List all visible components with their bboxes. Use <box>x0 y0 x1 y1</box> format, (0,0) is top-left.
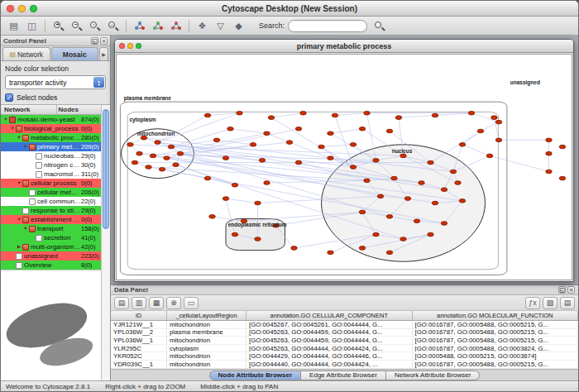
tab-network[interactable]: ▤ Network <box>2 47 50 60</box>
tree-row-metabolic-process[interactable]: ▼metabolic process280(0) <box>1 133 110 142</box>
tree-row-cellular-process[interactable]: ▼cellular process0(0) <box>1 179 110 188</box>
tree-row-establishment-of-localization[interactable]: ▼establishment of localization0(0) <box>1 215 110 224</box>
import-attributes-button[interactable]: ▤ <box>560 297 575 309</box>
create-network-view-button[interactable] <box>149 18 166 34</box>
tab-node-attribute-browser[interactable]: Node Attribute Browser <box>209 370 302 380</box>
table-row[interactable]: YLR295Ccytoplasm[GO:0045263, GO:0044444,… <box>111 345 578 353</box>
matrix-view-button[interactable]: ▧ <box>543 297 557 309</box>
tree-row-cell-communication[interactable]: cell communication22(0) <box>1 197 110 206</box>
vizmapper-button[interactable]: ❖ <box>194 18 211 34</box>
tree-row-macromolecule-metabolism[interactable]: macromolecule metabolism311(0) <box>1 170 110 179</box>
dropdown-arrows-icon: ▴▾ <box>93 77 104 88</box>
tree-row-cellular-metabolic-process[interactable]: cellular metabolic process206(0) <box>1 188 110 197</box>
tree-row-multi-organism-process[interactable]: ▶multi-organism process42(0) <box>1 242 110 251</box>
table-row[interactable]: YPL036W__1mitochondrion[GO:0045263, GO:0… <box>111 337 578 345</box>
table-row[interactable]: YKR052Cmitochondrion[GO:0044429, GO:0044… <box>111 352 578 361</box>
tree-item-label: biological_process <box>24 125 81 132</box>
close-panel-button[interactable]: × <box>100 37 108 45</box>
expander-icon[interactable]: ▶ <box>16 242 22 251</box>
zoom-button[interactable] <box>30 5 37 12</box>
tree-row-unassigned[interactable]: unassigned223(0) <box>1 251 110 261</box>
close-data-panel-button[interactable]: × <box>567 286 575 294</box>
status-pan-hint: Middle-click + drag to PAN <box>200 383 278 390</box>
tab-edge-attribute-browser[interactable]: Edge Attribute Browser <box>301 370 386 380</box>
minimize-button[interactable] <box>18 5 26 12</box>
tree-row-transport[interactable]: ▼transport158(0) <box>1 224 110 233</box>
expander-icon[interactable]: ▼ <box>22 224 29 233</box>
column-header-1[interactable]: _cellularLayoutRegion <box>167 311 246 320</box>
tree-column-network[interactable]: Network <box>1 105 57 114</box>
search-input[interactable] <box>288 20 367 32</box>
tab-overflow-button[interactable]: ▶ <box>99 47 108 60</box>
tree-row-primary-metabolic-process[interactable]: ▼primary metabolic process209(0) <box>1 142 110 151</box>
unselect-attributes-button[interactable]: ▥ <box>132 297 146 309</box>
table-cell: [GO:0045263, GO:0044444, GO:0044424, G..… <box>246 345 413 352</box>
control-panel-header: Control Panel ◱ × <box>1 36 110 46</box>
tree-row-overview[interactable]: Overview8(0) <box>1 261 110 270</box>
network-window-controls <box>119 43 141 49</box>
tree-row-biological-process[interactable]: ▼biological_process0(0) <box>1 124 110 133</box>
float-data-panel-button[interactable]: ◱ <box>558 286 566 294</box>
toolbar-separator <box>126 20 127 32</box>
node-color-select[interactable]: transporter activity ▴▾ <box>5 75 106 89</box>
expander-icon[interactable]: ▼ <box>16 133 22 142</box>
expander-icon[interactable]: ▼ <box>22 142 29 151</box>
tab-network-attribute-browser[interactable]: Network Attribute Browser <box>386 370 480 380</box>
expander-icon[interactable]: ▼ <box>16 215 22 224</box>
main-area: Control Panel ◱ × ▤ Network Mosaic ▶ Nod… <box>1 36 578 380</box>
expander-icon[interactable]: ▼ <box>16 179 22 188</box>
column-header-2[interactable]: annotation.GO CELLULAR_COMPONENT <box>246 311 413 320</box>
tree-row-nitrogen-compound-metabolism[interactable]: nitrogen compound metabolism30(0) <box>1 160 110 170</box>
table-row[interactable]: YDR039C__1mitochondrion[GO:0044440, GO:0… <box>111 361 578 369</box>
zoom-selected-button[interactable]: ▫ <box>86 18 103 34</box>
table-cell: [GO:0005488, GO:0005215, GO:0003674] <box>413 352 579 360</box>
zoom-in-button[interactable]: + <box>50 18 67 34</box>
delete-attribute-button[interactable]: ⊗ <box>166 297 181 309</box>
new-attribute-button[interactable]: ▦ <box>149 297 164 309</box>
formula-builder-button[interactable]: ƒx <box>525 297 540 309</box>
clear-table-button[interactable]: ▭ <box>184 297 199 309</box>
expander-icon[interactable]: ▼ <box>9 124 16 133</box>
network-zoom-button[interactable] <box>136 43 141 49</box>
network-manager-button[interactable] <box>131 18 148 34</box>
status-welcome: Welcome to Cytoscape 2.8.1 <box>6 383 90 390</box>
tree-row-response-to-stimulus[interactable]: response to stimulus29(0) <box>1 206 110 215</box>
network-minimize-button[interactable] <box>127 43 133 49</box>
control-panel-scrollbar[interactable] <box>101 105 110 380</box>
save-session-button[interactable]: ◫ <box>23 18 41 34</box>
table-row[interactable]: YPL036W__2plasma membrane[GO:0045263, GO… <box>111 329 578 337</box>
destroy-network-button[interactable] <box>167 18 184 34</box>
tree-row-nucleobase-nucleoside-nucleotide-metabolism[interactable]: nucleobase, nucleoside, nucleotide metab… <box>1 151 110 160</box>
close-button[interactable] <box>7 5 14 12</box>
tree-row-mosaic-demo-yeast[interactable]: ▼mosaic-demo-yeast874(0) <box>1 115 110 124</box>
table-row[interactable]: YJR121W__1mitochondrion[GO:0045267, GO:0… <box>111 321 578 329</box>
table-cell: [GO:0044429, GO:0044444, GO:0044446, G..… <box>246 352 413 360</box>
search-area: Search: <box>259 18 388 34</box>
column-header-3[interactable]: annotation.GO MOLECULAR_FUNCTION <box>413 311 579 320</box>
network-canvas[interactable]: plasma membranecytoplasmmitochondrionnuc… <box>116 54 572 280</box>
zoom-out-icon: − <box>72 22 81 31</box>
network-window-titlebar: primary metabolic process <box>115 40 573 53</box>
search-options-button[interactable] <box>371 18 388 34</box>
control-panel-title: Control Panel <box>3 37 46 45</box>
select-nodes-checkbox[interactable]: ✓ Select nodes <box>1 89 110 104</box>
float-panel-button[interactable]: ◱ <box>91 37 98 45</box>
table-cell: YPL036W__1 <box>111 337 167 344</box>
tree-row-secretion[interactable]: secretion41(0) <box>1 233 110 242</box>
zoom-fit-button[interactable]: ↔ <box>104 18 122 34</box>
right-area: primary metabolic process plasma membran… <box>111 36 578 380</box>
plugins-button[interactable]: ◆ <box>230 18 247 34</box>
filter-button[interactable]: ▽ <box>212 18 229 34</box>
page-icon <box>36 171 42 178</box>
expander-icon[interactable]: ▼ <box>2 115 9 124</box>
select-attributes-button[interactable]: ▤ <box>114 297 129 309</box>
network-overview-thumbnail[interactable] <box>1 270 110 380</box>
tab-mosaic[interactable]: Mosaic <box>51 47 99 60</box>
scrollbar-thumb[interactable] <box>103 109 109 229</box>
open-session-button[interactable]: ▤ <box>5 18 22 34</box>
zoom-out-button[interactable]: − <box>68 18 85 34</box>
zoom-selected-icon: ▫ <box>90 22 99 31</box>
column-header-0[interactable]: ID <box>111 311 167 320</box>
folder-icon <box>29 144 36 151</box>
network-close-button[interactable] <box>119 43 125 49</box>
